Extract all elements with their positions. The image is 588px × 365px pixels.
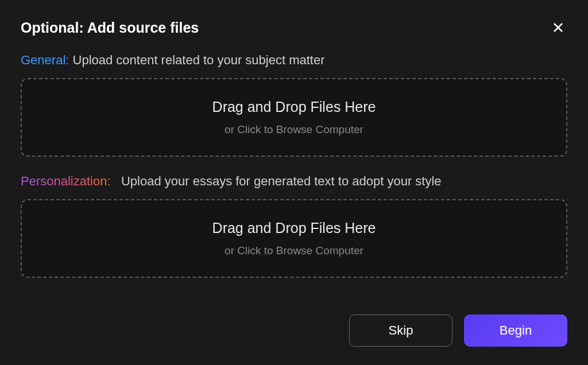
general-dropzone-sub-text: or Click to Browse Computer — [33, 123, 555, 136]
personalization-label-description: Upload your essays for generated text to… — [121, 174, 442, 188]
general-section: General: Upload content related to your … — [21, 53, 567, 157]
general-label-description: Upload content related to your subject m… — [73, 53, 325, 67]
personalization-dropzone-main-text: Drag and Drop Files Here — [33, 220, 555, 236]
skip-button[interactable]: Skip — [349, 314, 452, 347]
begin-button[interactable]: Begin — [464, 314, 567, 347]
personalization-section: Personalization: Upload your essays for … — [21, 174, 567, 278]
general-section-label: General: Upload content related to your … — [21, 53, 567, 68]
general-dropzone[interactable]: Drag and Drop Files Here or Click to Bro… — [21, 78, 567, 157]
personalization-section-label: Personalization: Upload your essays for … — [21, 174, 567, 189]
dialog-footer: Skip Begin — [21, 314, 567, 347]
general-label: General: — [21, 53, 69, 67]
dialog-title: Optional: Add source files — [21, 20, 199, 36]
dialog-header: Optional: Add source files — [21, 18, 567, 37]
close-icon — [551, 21, 565, 34]
personalization-dropzone-sub-text: or Click to Browse Computer — [33, 244, 555, 257]
personalization-label: Personalization: — [21, 174, 111, 188]
personalization-dropzone[interactable]: Drag and Drop Files Here or Click to Bro… — [21, 199, 567, 278]
close-button[interactable] — [549, 18, 567, 37]
general-dropzone-main-text: Drag and Drop Files Here — [33, 99, 555, 115]
